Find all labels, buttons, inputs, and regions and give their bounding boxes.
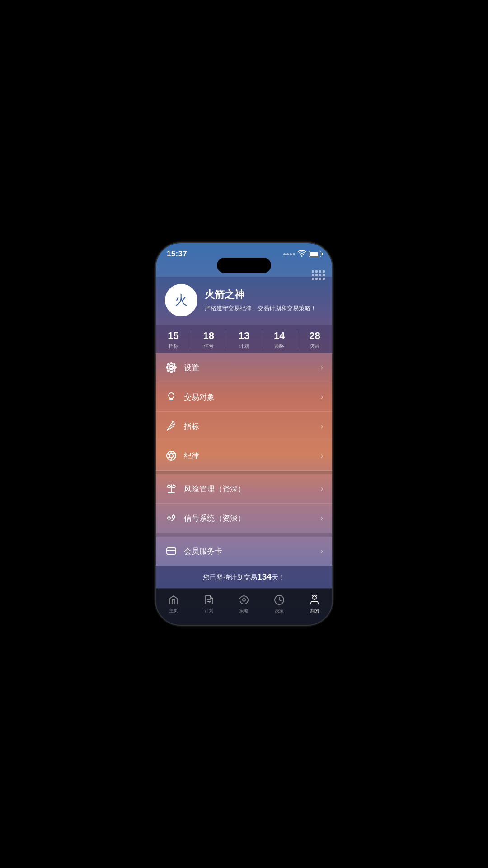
dynamic-island	[217, 258, 271, 273]
tab-home[interactable]: 主页	[156, 592, 191, 616]
menu-item-membership[interactable]: 会员服务卡 ›	[156, 537, 332, 566]
profile-info: 火箭之神 严格遵守交易纪律、交易计划和交易策略！	[205, 288, 316, 312]
stats-bar: 15 指标 18 信号 13 计划 14 策略 28 决策	[156, 326, 332, 353]
svg-point-10	[168, 517, 170, 519]
grid-icon	[312, 270, 325, 280]
stat-decisions: 28 决策	[297, 330, 332, 349]
menu-label-membership: 会员服务卡	[184, 546, 321, 557]
tab-mine[interactable]: 我的	[297, 592, 332, 616]
tab-strategy[interactable]: 策略	[226, 592, 262, 616]
chevron-right-icon: ›	[321, 547, 323, 555]
status-time: 15:37	[167, 250, 187, 259]
section-divider-1	[156, 471, 332, 474]
menu-item-trade-objects[interactable]: 交易对象 ›	[156, 382, 332, 412]
menu-item-risk-mgmt[interactable]: 风险管理（资深） ›	[156, 474, 332, 504]
tab-label-plan: 计划	[204, 608, 213, 614]
stat-label-indicators: 指标	[169, 343, 178, 349]
banner-text: 您已坚持计划交易134天！	[203, 573, 285, 581]
chevron-right-icon: ›	[321, 452, 323, 460]
menu-label-risk-mgmt: 风险管理（资深）	[184, 484, 321, 494]
menu-label-indicators: 指标	[184, 421, 321, 432]
home-tab-icon	[168, 594, 179, 606]
decision-tab-icon	[273, 594, 285, 606]
plan-tab-icon	[203, 594, 215, 606]
chevron-right-icon: ›	[321, 514, 323, 522]
profile-desc: 严格遵守交易纪律、交易计划和交易策略！	[205, 304, 316, 312]
banner-suffix: 天！	[272, 573, 285, 581]
stat-strategies: 14 策略	[262, 330, 297, 349]
menu-section-section1: 设置 › 交易对象 › 指标 › 纪律 ›	[156, 353, 332, 471]
chevron-right-icon: ›	[321, 422, 323, 430]
svg-point-0	[170, 366, 173, 369]
stat-signals: 18 信号	[191, 330, 226, 349]
stat-number-plans: 13	[239, 330, 249, 342]
stat-number-indicators: 15	[168, 330, 178, 342]
svg-point-11	[172, 515, 175, 518]
stat-indicators: 15 指标	[156, 330, 191, 349]
svg-rect-12	[167, 548, 176, 554]
tab-label-home: 主页	[169, 608, 178, 614]
banner-days: 134	[257, 572, 272, 581]
phone-frame: 15:37	[156, 243, 332, 625]
chevron-right-icon: ›	[321, 485, 323, 493]
profile-header: 火 火箭之神 严格遵守交易纪律、交易计划和交易策略！	[156, 277, 332, 326]
gear-icon	[165, 361, 178, 374]
stat-number-strategies: 14	[274, 330, 285, 342]
menu-label-trade-objects: 交易对象	[184, 392, 321, 402]
scale-icon	[165, 482, 178, 495]
menu-label-discipline: 纪律	[184, 451, 321, 461]
banner-prefix: 您已坚持计划交易	[203, 573, 257, 581]
menu-item-settings[interactable]: 设置 ›	[156, 353, 332, 382]
tab-bar: 主页 计划 策略 决策 我的	[156, 588, 332, 625]
screen: 15:37	[156, 243, 332, 625]
avatar: 火	[165, 284, 197, 316]
bulb-icon	[165, 391, 178, 403]
person-tab-icon	[309, 594, 320, 606]
menu-label-signal-system: 信号系统（资深）	[184, 513, 321, 524]
stat-label-decisions: 决策	[310, 343, 319, 349]
aperture-icon	[165, 449, 178, 462]
leaf-icon	[165, 420, 178, 433]
menu-item-indicators[interactable]: 指标 ›	[156, 412, 332, 441]
wifi-icon	[298, 250, 306, 258]
fork-icon	[165, 512, 178, 524]
chevron-right-icon: ›	[321, 393, 323, 401]
signal-icon	[283, 253, 295, 255]
section-divider-2	[156, 533, 332, 537]
battery-icon	[309, 251, 321, 257]
stat-label-plans: 计划	[239, 343, 249, 349]
menu-item-discipline[interactable]: 纪律 ›	[156, 441, 332, 471]
tab-decision[interactable]: 决策	[262, 592, 297, 616]
svg-point-17	[243, 599, 245, 601]
stat-plans: 13 计划	[226, 330, 262, 349]
tab-plan[interactable]: 计划	[191, 592, 226, 616]
bottom-banner: 您已坚持计划交易134天！	[156, 566, 332, 588]
status-icons	[283, 250, 321, 258]
avatar-char: 火	[175, 292, 188, 309]
menu-item-signal-system[interactable]: 信号系统（资深） ›	[156, 504, 332, 533]
strategy-tab-icon	[238, 594, 250, 606]
menu-list: 设置 › 交易对象 › 指标 › 纪律 › 风险管理（资深） ›	[156, 353, 332, 566]
menu-section-section2: 风险管理（资深） › 信号系统（资深） ›	[156, 474, 332, 533]
tab-label-decision: 决策	[275, 608, 284, 614]
chevron-right-icon: ›	[321, 363, 323, 372]
tab-label-strategy: 策略	[239, 608, 249, 614]
card-icon	[165, 545, 178, 557]
stat-number-signals: 18	[203, 330, 214, 342]
stat-label-signals: 信号	[204, 343, 214, 349]
menu-label-settings: 设置	[184, 363, 321, 373]
stat-label-strategies: 策略	[274, 343, 284, 349]
stat-number-decisions: 28	[309, 330, 320, 342]
profile-name: 火箭之神	[205, 288, 316, 302]
menu-section-section3: 会员服务卡 › 关于银环蛇 ›	[156, 537, 332, 566]
tab-label-mine: 我的	[310, 608, 319, 614]
